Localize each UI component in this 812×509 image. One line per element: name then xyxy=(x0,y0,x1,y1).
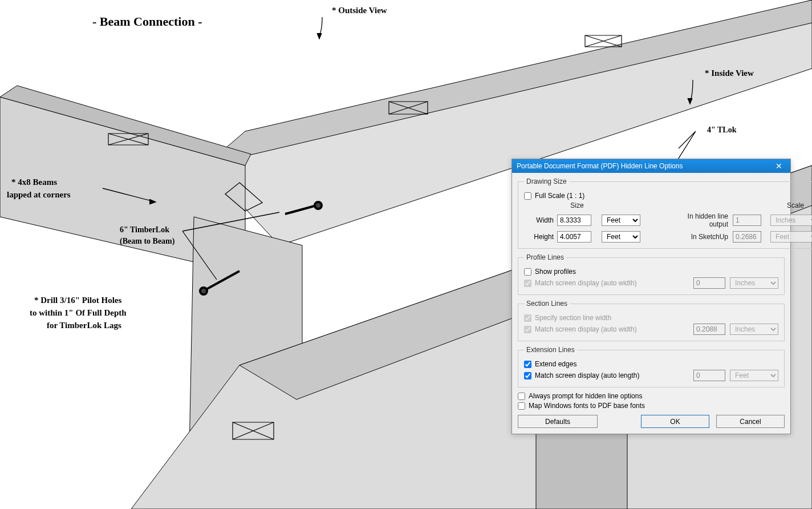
label-size-header: Size xyxy=(557,201,597,209)
input-extension-length xyxy=(693,370,725,381)
close-icon[interactable]: ✕ xyxy=(771,160,787,172)
checkbox-section-match-input xyxy=(524,326,531,333)
checkbox-profile-match-label: Match screen display (auto width) xyxy=(535,279,637,287)
legend-drawing-size: Drawing Size xyxy=(524,177,569,185)
label-pilot-3: for TimberLok Lags xyxy=(47,321,121,330)
input-hidden-scale xyxy=(733,215,761,226)
select-hidden-scale-unit: Inches xyxy=(770,215,812,226)
checkbox-extend-edges[interactable]: Extend edges xyxy=(524,360,778,368)
select-profile-unit: Inches xyxy=(730,277,778,289)
checkbox-map-fonts-input[interactable] xyxy=(518,402,525,410)
checkbox-map-fonts[interactable]: Map Windows fonts to PDF base fonts xyxy=(518,402,785,410)
checkbox-always-prompt-input[interactable] xyxy=(518,393,525,400)
checkbox-extend-edges-input[interactable] xyxy=(524,361,531,368)
checkbox-section-match-label: Match screen display (auto width) xyxy=(535,325,637,333)
input-profile-width xyxy=(693,277,725,289)
checkbox-extension-match[interactable]: Match screen display (auto length) xyxy=(524,371,693,379)
ok-button[interactable]: OK xyxy=(641,415,709,428)
legend-extension-lines: Extension Lines xyxy=(524,346,577,354)
label-outside-view: * Outside View xyxy=(332,6,387,15)
checkbox-extension-match-input[interactable] xyxy=(524,372,531,379)
checkbox-show-profiles-input[interactable] xyxy=(524,268,531,276)
pdf-hidden-line-options-dialog: Portable Document Format (PDF) Hidden Li… xyxy=(511,159,791,434)
input-section-width xyxy=(693,324,725,335)
legend-section-lines: Section Lines xyxy=(524,300,570,308)
drawing-title: - Beam Connection - xyxy=(92,14,202,29)
label-scale-header: Scale xyxy=(770,201,812,209)
select-width-unit[interactable]: Feet xyxy=(602,215,640,226)
label-pilot-2: to within 1" Of Full Depth xyxy=(30,308,127,318)
checkbox-full-scale-label: Full Scale (1 : 1) xyxy=(535,192,584,200)
select-extension-unit: Feet xyxy=(730,370,778,381)
checkbox-section-specify-input xyxy=(524,314,531,322)
checkbox-show-profiles[interactable]: Show profiles xyxy=(524,268,778,276)
label-width: Width xyxy=(524,216,557,224)
checkbox-section-specify: Specify section line width xyxy=(524,314,778,322)
label-in-sketchup: In SketchUp xyxy=(670,233,733,241)
checkbox-section-match: Match screen display (auto width) xyxy=(524,325,693,333)
checkbox-always-prompt[interactable]: Always prompt for hidden line options xyxy=(518,392,785,400)
label-pilot-1: * Drill 3/16" Pilot Holes xyxy=(34,296,121,305)
group-profile-lines: Profile Lines Show profiles Match screen… xyxy=(518,253,785,295)
cancel-button[interactable]: Cancel xyxy=(716,415,785,428)
input-sketchup-scale xyxy=(733,231,761,243)
label-tlok: 4" TLok xyxy=(707,126,736,135)
dialog-titlebar[interactable]: Portable Document Format (PDF) Hidden Li… xyxy=(512,159,790,173)
select-sketchup-scale-unit: Feet xyxy=(770,231,812,243)
select-section-unit: Inches xyxy=(730,324,778,335)
legend-profile-lines: Profile Lines xyxy=(524,253,566,261)
label-timberlok-2: (Beam to Beam) xyxy=(120,237,174,246)
checkbox-extend-edges-label: Extend edges xyxy=(535,360,576,368)
label-hidden-line-output: In hidden line output xyxy=(670,212,733,228)
dialog-title: Portable Document Format (PDF) Hidden Li… xyxy=(517,162,771,170)
checkbox-full-scale[interactable]: Full Scale (1 : 1) xyxy=(524,192,812,200)
svg-point-11 xyxy=(200,288,207,294)
defaults-button[interactable]: Defaults xyxy=(518,415,598,428)
input-height[interactable] xyxy=(557,231,591,243)
label-height: Height xyxy=(524,233,557,241)
group-drawing-size: Drawing Size Full Scale (1 : 1) Size Sca… xyxy=(518,177,812,249)
label-beams-lapped-1: * 4x8 Beams xyxy=(11,177,57,187)
checkbox-show-profiles-label: Show profiles xyxy=(535,268,576,276)
checkbox-full-scale-input[interactable] xyxy=(524,192,531,200)
checkbox-map-fonts-label: Map Windows fonts to PDF base fonts xyxy=(529,402,645,410)
label-inside-view: * Inside View xyxy=(705,68,754,78)
group-extension-lines: Extension Lines Extend edges Match scree… xyxy=(518,346,785,387)
checkbox-extension-match-label: Match screen display (auto length) xyxy=(535,371,639,379)
checkbox-always-prompt-label: Always prompt for hidden line options xyxy=(529,392,642,400)
svg-point-9 xyxy=(315,202,322,209)
input-width[interactable] xyxy=(557,215,591,226)
checkbox-section-specify-label: Specify section line width xyxy=(535,314,611,322)
checkbox-profile-match-input xyxy=(524,280,531,287)
label-beams-lapped-2: lapped at corners xyxy=(7,190,71,200)
group-section-lines: Section Lines Specify section line width… xyxy=(518,300,785,341)
label-timberlok-1: 6" TimberLok xyxy=(120,225,169,235)
select-height-unit[interactable]: Feet xyxy=(602,231,640,243)
checkbox-profile-match: Match screen display (auto width) xyxy=(524,279,693,287)
